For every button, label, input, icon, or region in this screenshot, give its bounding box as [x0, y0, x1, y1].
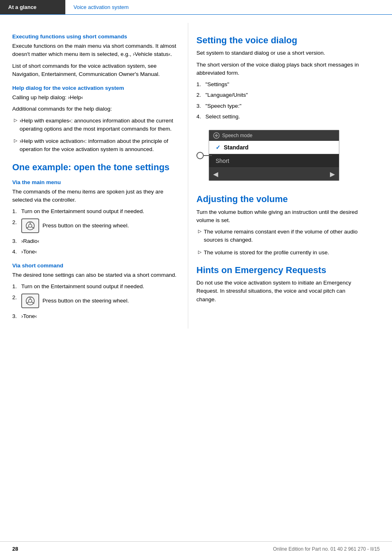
svg-text:((: (( [30, 296, 31, 298]
svg-point-8 [29, 299, 32, 302]
page-number: 28 [12, 546, 18, 552]
right-section1-para1: Set system to standard dialog or use a s… [196, 49, 363, 57]
step-item: 3. "Speech type:" [196, 102, 363, 110]
bullet-item-2: ▷ ›Help with voice activation‹: informat… [12, 137, 178, 154]
page-footer: 28 Online Edition for Part no. 01 40 2 9… [0, 541, 392, 556]
section2-heading: Help dialog for the voice activation sys… [12, 85, 178, 91]
bullet-text-1: ›Help with examples‹: announces informat… [20, 117, 178, 133]
section2-para1: Calling up help dialog: ›Help‹ [12, 93, 178, 102]
volume-bullet-text-1: The volume remains constant even if the … [204, 228, 363, 245]
right-section1-heading: Setting the voice dialog [196, 35, 363, 46]
screen-nav: ◀ ▶ [209, 168, 339, 180]
step-item: 4. Select setting. [196, 113, 363, 121]
checkmark-icon: ✓ [216, 144, 220, 151]
right-section2-heading: Adjusting the volume [196, 194, 363, 205]
sub1-heading: Via the main menu [12, 179, 178, 185]
step-item: 1. Turn on the Entertainment sound outpu… [12, 282, 178, 291]
screen-title: Speech mode [222, 133, 252, 138]
screen-option-short-label: Short [216, 158, 229, 164]
bullet-arrow-icon-2: ▷ [14, 138, 17, 154]
screen-title-bar: Speech mode [209, 130, 339, 141]
step2b-text: Press button on the steering wheel. [42, 297, 129, 305]
header-tab-left[interactable]: At a glance [0, 0, 65, 14]
section2-para2: Additional commands for the help dialog: [12, 105, 178, 113]
section3-heading: One example: open the tone settings [12, 162, 178, 173]
step-item: 4. ›Tone‹ [12, 248, 178, 256]
bullet-arrow-icon-4: ▷ [198, 249, 201, 257]
step-item: 2. (( Press button on the ste [12, 294, 178, 310]
screen-option-standard[interactable]: ✓ Standard [209, 141, 339, 154]
step-item: 3. ›Radio‹ [12, 237, 178, 245]
section1-heading: Executing functions using short commands [12, 33, 178, 40]
step-item: 2. "Language/Units" [196, 91, 363, 99]
left-column: Executing functions using short commands… [0, 23, 188, 329]
section1-para2: List of short commands for the voice act… [12, 62, 178, 79]
step2-text: Press button on the steering wheel. [42, 222, 129, 230]
screen-body: ✓ Standard Short [209, 141, 339, 168]
bullet-arrow-icon-3: ▷ [198, 229, 201, 245]
sub1-steps: 1. Turn on the Entertainment sound outpu… [12, 207, 178, 256]
volume-bullet-text-2: The volume is stored for the profile cur… [204, 249, 329, 257]
screen-option-short[interactable]: Short [209, 154, 339, 168]
right-section2-para: Turn the volume button while giving an i… [196, 208, 363, 225]
bullet-item-1: ▷ ›Help with examples‹: announces inform… [12, 117, 178, 133]
step-item: 1. Turn on the Entertainment sound outpu… [12, 207, 178, 216]
bullet-arrow-icon: ▷ [14, 118, 17, 133]
svg-text:((: (( [30, 221, 31, 223]
page-header: At a glance Voice activation system [0, 0, 392, 15]
footer-text: Online Edition for Part no. 01 40 2 961 … [273, 546, 380, 552]
main-content: Executing functions using short commands… [0, 15, 392, 345]
volume-bullet-1: ▷ The volume remains constant even if th… [196, 228, 363, 245]
header-tab-right[interactable]: Voice activation system [65, 0, 392, 14]
right-section1-para2: The short version of the voice dialog pl… [196, 61, 363, 78]
right-column: Setting the voice dialog Set system to s… [188, 23, 376, 329]
bullet-text-2: ›Help with voice activation‹: informatio… [20, 137, 178, 154]
nav-right-icon[interactable]: ▶ [330, 170, 335, 178]
nav-left-icon[interactable]: ◀ [213, 170, 218, 178]
svg-point-1 [29, 224, 32, 227]
steering-wheel-icon-2: (( [21, 294, 39, 308]
sub1-para: The commands of the menu items are spoke… [12, 188, 178, 205]
screen-option-standard-label: Standard [224, 144, 249, 151]
step-item: 2. (( Press button on the ste [12, 218, 178, 235]
sub2-heading: Via short command [12, 262, 178, 269]
section1-para1: Execute functions on the main menu via s… [12, 42, 178, 59]
step-item: 1. "Settings" [196, 80, 363, 89]
header-left-label: At a glance [8, 4, 36, 10]
right-section1-steps: 1. "Settings" 2. "Language/Units" 3. "Sp… [196, 80, 363, 121]
sub2-para: The desired tone settings can also be st… [12, 271, 178, 279]
speech-mode-screen: Speech mode ✓ Standard Short ◀ ▶ [209, 130, 339, 181]
knob-indicator [196, 152, 212, 159]
right-section3-heading: Hints on Emergency Requests [196, 265, 363, 276]
step-item: 3. ›Tone‹ [12, 312, 178, 320]
right-section3-para: Do not use the voice activation system t… [196, 279, 363, 304]
volume-bullet-2: ▷ The volume is stored for the profile c… [196, 249, 363, 257]
steering-wheel-icon: (( [21, 218, 39, 233]
sub2-steps: 1. Turn on the Entertainment sound outpu… [12, 282, 178, 320]
header-right-label: Voice activation system [74, 4, 129, 10]
